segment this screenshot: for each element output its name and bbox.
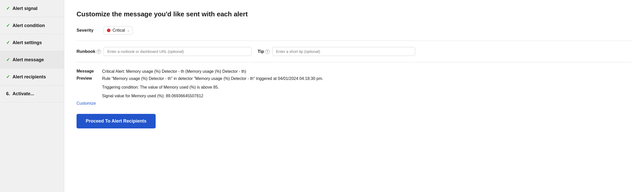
proceed-to-alert-recipients-button[interactable]: Proceed To Alert Recipients xyxy=(77,114,156,128)
sidebar-item-label: Activate... xyxy=(13,91,34,97)
sidebar-item-number: 6. xyxy=(6,91,10,97)
page-title: Customize the message you'd like sent wi… xyxy=(77,10,632,18)
main-content: Customize the message you'd like sent wi… xyxy=(64,0,644,192)
sidebar-item-label: Alert message xyxy=(13,57,44,63)
runbook-label: Runbook ? xyxy=(77,49,101,54)
preview-line-3: Signal value for Memory used (%): 89.069… xyxy=(102,93,632,99)
proceed-button-container: Proceed To Alert Recipients xyxy=(77,106,632,128)
sidebar-item-label: Alert signal xyxy=(13,6,38,11)
check-icon: ✓ xyxy=(6,40,10,45)
tip-input[interactable] xyxy=(272,47,415,56)
message-preview-grid: Message Critical Alert: Memory usage (%)… xyxy=(77,68,632,106)
tip-help-icon[interactable]: ? xyxy=(265,49,270,54)
severity-value: Critical xyxy=(113,28,125,33)
preview-text-block: Rule "Memory usage (%) Detector - th" in… xyxy=(102,76,632,99)
check-icon: ✓ xyxy=(6,74,10,80)
sidebar-item-label: Alert settings xyxy=(13,40,42,45)
severity-dropdown[interactable]: Critical ⌄ xyxy=(104,26,133,34)
preview-line-2: Triggering condition: The value of Memor… xyxy=(102,84,632,90)
message-value: Critical Alert: Memory usage (%) Detecto… xyxy=(102,68,632,75)
sidebar-item-alert-condition[interactable]: ✓ Alert condition xyxy=(0,17,64,34)
check-icon: ✓ xyxy=(6,6,10,11)
check-icon: ✓ xyxy=(6,57,10,63)
message-label: Message xyxy=(77,68,102,75)
preview-line-1: Rule "Memory usage (%) Detector - th" in… xyxy=(102,76,632,82)
message-preview-section: Message Critical Alert: Memory usage (%)… xyxy=(77,68,632,106)
runbook-help-icon[interactable]: ? xyxy=(96,49,101,54)
sidebar-item-activate[interactable]: 6. Activate... xyxy=(0,86,64,102)
runbook-input[interactable] xyxy=(104,47,252,56)
customize-link[interactable]: Customize xyxy=(77,101,102,106)
sidebar-item-alert-message[interactable]: ✓ Alert message xyxy=(0,51,64,68)
chevron-down-icon: ⌄ xyxy=(127,29,130,32)
severity-row: Severity Critical ⌄ xyxy=(77,26,632,34)
sidebar-item-label: Alert recipients xyxy=(13,74,46,80)
sidebar-item-alert-settings[interactable]: ✓ Alert settings xyxy=(0,34,64,51)
sidebar-item-alert-recipients[interactable]: ✓ Alert recipients xyxy=(0,68,64,86)
sidebar: ✓ Alert signal ✓ Alert condition ✓ Alert… xyxy=(0,0,64,192)
check-icon: ✓ xyxy=(6,23,10,28)
inputs-row: Runbook ? Tip ? xyxy=(77,47,632,56)
tip-group: Tip ? xyxy=(258,47,415,56)
sidebar-item-alert-signal[interactable]: ✓ Alert signal xyxy=(0,0,64,17)
severity-dot xyxy=(107,29,110,32)
preview-label: Preview xyxy=(77,76,102,99)
divider xyxy=(77,41,632,41)
tip-label: Tip ? xyxy=(258,49,270,54)
severity-label: Severity xyxy=(77,28,100,33)
sidebar-item-label: Alert condition xyxy=(13,23,45,28)
divider-2 xyxy=(77,62,632,62)
runbook-group: Runbook ? xyxy=(77,47,252,56)
